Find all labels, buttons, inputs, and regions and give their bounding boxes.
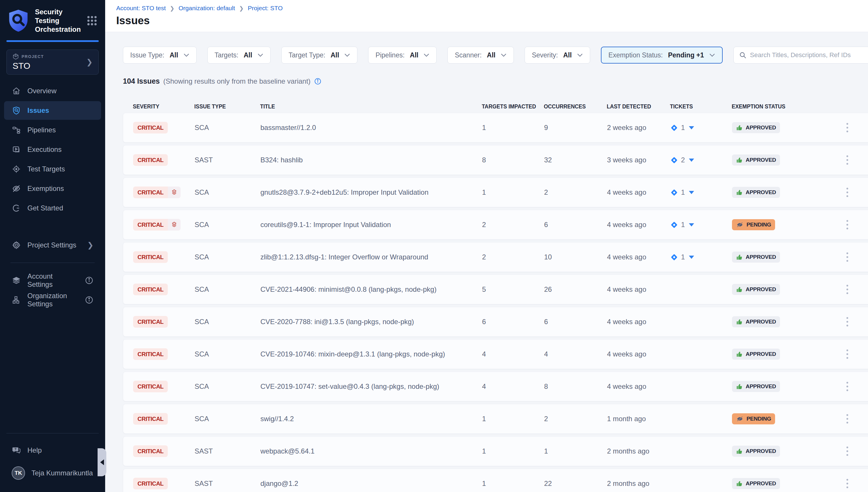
ticket-chip[interactable]: 1 xyxy=(670,124,732,132)
thumbs-up-icon xyxy=(736,319,743,325)
table-row[interactable]: CRITICAL SCA bassmaster//1.2.0 1 9 2 wee… xyxy=(123,113,868,143)
caret-down-icon[interactable] xyxy=(689,255,694,259)
occurrences: 4 xyxy=(544,350,607,358)
table-row[interactable]: CRITICAL SCA coreutils@9.1-1: Improper I… xyxy=(123,210,868,240)
filter-dropdown-2[interactable]: Target Type: All xyxy=(281,47,358,64)
pipeline-icon xyxy=(12,125,21,135)
table-row[interactable]: CRITICAL SCA CVE-2019-10747: set-value@0… xyxy=(123,372,868,401)
info-icon[interactable] xyxy=(314,77,321,85)
table-row[interactable]: CRITICAL SCA gnutls28@3.7.9-2+deb12u5: I… xyxy=(123,177,868,207)
filter-value: All xyxy=(487,51,496,59)
row-menu-kebab[interactable] xyxy=(842,379,852,393)
avatar: TK xyxy=(12,466,25,480)
sidebar-item-organization-settings[interactable]: Organization Settings xyxy=(4,291,101,309)
nav-spacer xyxy=(4,218,101,236)
filter-dropdown-4[interactable]: Scanner: All xyxy=(447,47,514,64)
sidebar-item-overview[interactable]: Overview xyxy=(4,82,101,100)
severity-label: CRITICAL xyxy=(133,316,168,328)
row-menu-kebab[interactable] xyxy=(842,218,852,232)
row-menu-kebab[interactable] xyxy=(842,315,852,329)
row-menu-kebab[interactable] xyxy=(842,444,852,458)
occurrences: 22 xyxy=(544,479,607,488)
eye-off-icon xyxy=(12,184,21,193)
caret-down-icon[interactable] xyxy=(689,126,694,129)
sidebar-item-test-targets[interactable]: Test Targets xyxy=(4,160,101,178)
exemption-status-label: PENDING xyxy=(746,416,771,422)
table-row[interactable]: CRITICAL SCA CVE-2020-7788: ini@1.3.5 (l… xyxy=(123,307,868,337)
caret-down-icon[interactable] xyxy=(689,223,694,226)
table-row[interactable]: CRITICAL SCA CVE-2021-44906: minimist@0.… xyxy=(123,275,868,304)
last-detected: 3 weeks ago xyxy=(607,156,670,164)
page-title: Issues xyxy=(116,15,868,27)
issue-title: CVE-2019-10746: mixin-deep@1.3.1 (lang-p… xyxy=(260,350,482,358)
issue-type: SCA xyxy=(194,415,260,423)
filter-dropdown-0[interactable]: Issue Type: All xyxy=(123,47,196,64)
app-root: Security Testing Orchestration PROJECT S… xyxy=(0,0,868,492)
sto-shield-logo-icon xyxy=(7,9,30,33)
filter-dropdown-6[interactable]: Exemption Status: Pending +1 xyxy=(601,47,722,64)
row-menu-kebab[interactable] xyxy=(842,476,852,491)
caret-down-icon[interactable] xyxy=(689,158,694,162)
exemption-status-badge: APPROVED xyxy=(732,349,780,360)
filter-value: All xyxy=(169,51,178,59)
help-button[interactable]: ? Help xyxy=(4,441,101,460)
sidebar-divider xyxy=(6,433,99,434)
row-menu-kebab[interactable] xyxy=(842,121,852,135)
filter-dropdown-5[interactable]: Severity: All xyxy=(525,47,590,64)
user-menu[interactable]: TK Teja Kummarikuntla xyxy=(4,464,101,483)
help-label: Help xyxy=(27,446,42,454)
table-row[interactable]: CRITICAL SAST B324: hashlib 8 32 3 weeks… xyxy=(123,145,868,175)
breadcrumb-organization[interactable]: Organization: default xyxy=(179,5,235,12)
last-detected: 4 weeks ago xyxy=(607,285,670,294)
row-menu-kebab[interactable] xyxy=(842,347,852,361)
ticket-chip[interactable]: 1 xyxy=(670,253,732,261)
module-accent-bar xyxy=(6,40,99,42)
severity-label: CRITICAL xyxy=(133,154,168,166)
row-menu-kebab[interactable] xyxy=(842,186,852,199)
sidebar-item-pipelines[interactable]: Pipelines xyxy=(4,121,101,139)
last-detected: 4 weeks ago xyxy=(607,318,670,326)
row-menu-kebab[interactable] xyxy=(842,153,852,167)
sidebar-item-get-started[interactable]: Get Started xyxy=(4,199,101,217)
filter-label: Pipelines: xyxy=(375,51,404,59)
last-detected: 2 months ago xyxy=(607,447,670,455)
info-icon[interactable] xyxy=(85,276,94,285)
issue-title: webpack@5.64.1 xyxy=(260,447,482,455)
row-menu-kebab[interactable] xyxy=(842,412,852,426)
sidebar-item-issues[interactable]: Issues xyxy=(4,101,101,120)
ticket-chip[interactable]: 1 xyxy=(670,188,732,196)
thumbs-up-icon xyxy=(736,189,743,196)
table-row[interactable]: CRITICAL SAST django@1.2 1 22 2 months a… xyxy=(123,469,868,492)
search-input[interactable] xyxy=(750,51,867,59)
ticket-chip[interactable]: 2 xyxy=(670,156,732,164)
ticket-chip[interactable]: 1 xyxy=(670,221,732,229)
info-icon[interactable] xyxy=(85,296,94,304)
exemption-status-label: PENDING xyxy=(746,222,771,228)
svg-text:?: ? xyxy=(14,447,16,451)
table-row[interactable]: CRITICAL SAST webpack@5.64.1 1 1 2 month… xyxy=(123,436,868,466)
module-grid-icon[interactable] xyxy=(86,14,98,27)
table-row[interactable]: CRITICAL SCA swig//1.4.2 1 2 1 month ago… xyxy=(123,404,868,434)
targets-impacted: 2 xyxy=(482,253,544,261)
caret-down-icon[interactable] xyxy=(689,191,694,194)
sidebar-item-project-settings[interactable]: Project Settings ❯ xyxy=(4,236,101,254)
breadcrumb-account[interactable]: Account: STO test xyxy=(116,5,166,12)
sidebar-collapse-handle[interactable] xyxy=(98,448,106,476)
sidebar-item-account-settings[interactable]: Account Settings xyxy=(4,271,101,290)
row-menu-kebab[interactable] xyxy=(842,250,852,264)
row-menu-kebab[interactable] xyxy=(842,282,852,296)
project-name: STO xyxy=(12,61,86,71)
issue-title: coreutils@9.1-1: Improper Input Validati… xyxy=(260,221,482,229)
table-row[interactable]: CRITICAL SCA CVE-2019-10746: mixin-deep@… xyxy=(123,339,868,369)
filter-dropdown-1[interactable]: Targets: All xyxy=(207,47,270,64)
breadcrumb-project[interactable]: Project: STO xyxy=(248,5,283,12)
sidebar-item-exemptions[interactable]: Exemptions xyxy=(4,179,101,198)
issue-type: SCA xyxy=(194,285,260,294)
sidebar: Security Testing Orchestration PROJECT S… xyxy=(0,0,105,492)
table-row[interactable]: CRITICAL SCA zlib@1:1.2.13.dfsg-1: Integ… xyxy=(123,242,868,272)
project-selector[interactable]: PROJECT STO ❯ xyxy=(6,50,99,75)
filter-dropdown-3[interactable]: Pipelines: All xyxy=(368,47,437,64)
sidebar-item-executions[interactable]: Executions xyxy=(4,140,101,159)
sidebar-item-label: Account Settings xyxy=(27,272,78,289)
jira-icon xyxy=(670,156,678,164)
